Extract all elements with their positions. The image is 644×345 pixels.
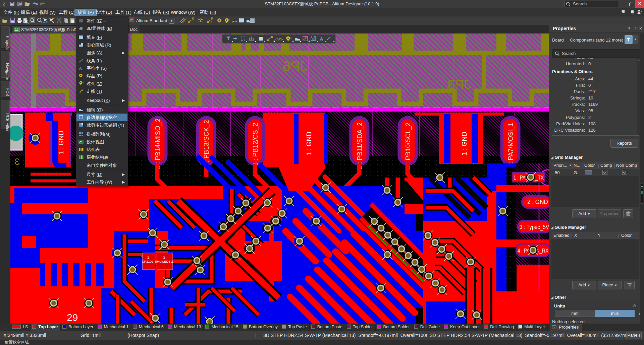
svg-text:NetLED3 2: NetLED3 2 [157, 260, 173, 263]
svg-text:3 : PB14/MISO_2: 3 : PB14/MISO_2 [154, 119, 162, 169]
svg-text:2 : GND: 2 : GND [527, 198, 548, 205]
svg-text:3 : PB10/SCL_2: 3 : PB10/SCL_2 [404, 123, 412, 169]
svg-text:3 : Typec_5V: 3 : Typec_5V [520, 223, 549, 231]
svg-text:2 : PB11/SDA_2: 2 : PB11/SDA_2 [356, 122, 364, 169]
svg-text:3: 3 [14, 156, 20, 167]
svg-text:10: 10 [312, 38, 315, 40]
svg-text:1: 1 [147, 256, 149, 259]
svg-text:1 : GND: 1 : GND [305, 132, 313, 156]
svg-text:2 : PA7/MOSI_1: 2 : PA7/MOSI_1 [507, 123, 515, 169]
svg-text:A: A [79, 66, 82, 71]
svg-text:1 : GND: 1 : GND [461, 132, 468, 156]
svg-text:5 : PB12/CS_2: 5 : PB12/CS_2 [252, 123, 259, 166]
svg-text:JP3: JP3 [447, 77, 471, 92]
svg-text:A: A [320, 36, 323, 42]
svg-text:1 : GND: 1 : GND [57, 131, 65, 155]
svg-text:29: 29 [67, 312, 78, 323]
svg-text:2: 2 [163, 256, 165, 259]
svg-text:CP2102_5V: CP2102_5V [142, 260, 159, 263]
svg-text:JP6: JP6 [283, 58, 307, 74]
